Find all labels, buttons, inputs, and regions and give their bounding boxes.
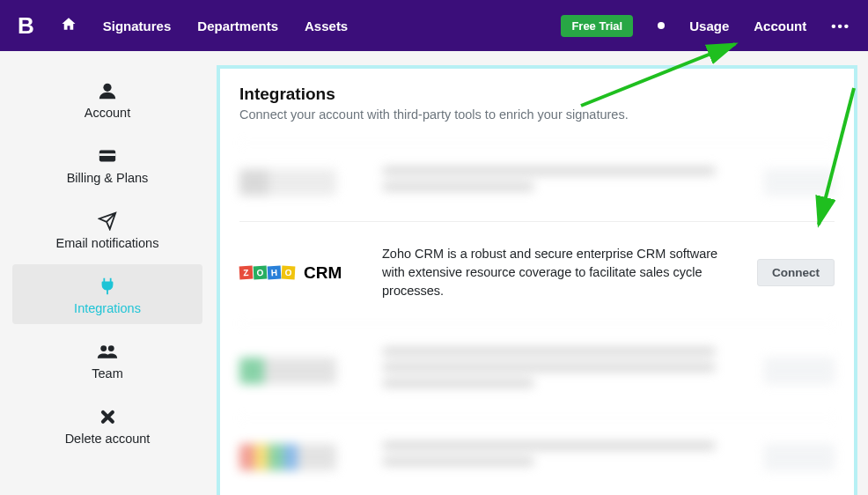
sidebar-item-delete-account[interactable]: Delete account	[12, 395, 202, 454]
placeholder-line	[382, 166, 716, 175]
plug-icon	[98, 275, 117, 298]
placeholder-logo	[239, 444, 336, 470]
integration-row-blurred	[239, 417, 835, 495]
home-icon[interactable]	[61, 16, 77, 35]
more-menu-icon[interactable]: •••	[831, 18, 850, 33]
sidebar-item-label: Team	[92, 366, 122, 380]
paper-plane-icon	[98, 210, 117, 233]
nav-account[interactable]: Account	[754, 18, 806, 33]
zoho-icon: ZOHO	[239, 266, 295, 279]
placeholder-button	[764, 444, 835, 470]
user-icon	[98, 79, 117, 102]
integrations-list: ZOHO CRM Zoho CRM is a robust and secure…	[239, 143, 835, 495]
nav-left-group: Signatures Departments Assets	[61, 16, 348, 35]
connect-button[interactable]: Connect	[757, 259, 835, 286]
sidebar-item-email-notifications[interactable]: Email notifications	[12, 199, 202, 259]
credit-card-icon	[98, 144, 117, 167]
placeholder-line	[382, 441, 716, 450]
nav-usage[interactable]: Usage	[689, 18, 729, 33]
content-area: Integrations Connect your account with t…	[215, 51, 868, 495]
svg-point-0	[103, 84, 111, 92]
integration-name: CRM	[304, 263, 342, 283]
app-logo: B	[18, 12, 34, 40]
top-navbar: B Signatures Departments Assets Free Tri…	[0, 0, 868, 51]
integration-description: Zoho CRM is a robust and secure enterpri…	[382, 245, 738, 300]
nav-assets[interactable]: Assets	[305, 18, 348, 33]
nav-signatures[interactable]: Signatures	[103, 18, 172, 33]
svg-point-4	[108, 345, 114, 351]
sidebar-item-integrations[interactable]: Integrations	[12, 264, 202, 324]
users-icon	[97, 340, 118, 363]
close-icon	[99, 405, 116, 428]
settings-sidebar: Account Billing & Plans Email notificati…	[0, 51, 215, 495]
placeholder-line	[382, 379, 534, 388]
svg-rect-2	[99, 153, 115, 156]
placeholder-button	[764, 169, 835, 196]
integration-row-blurred	[239, 323, 835, 417]
integration-row-zoho: ZOHO CRM Zoho CRM is a robust and secure…	[239, 221, 835, 323]
page-title: Integrations	[239, 85, 835, 104]
placeholder-line	[382, 457, 534, 466]
sidebar-item-team[interactable]: Team	[12, 329, 202, 389]
sidebar-item-billing[interactable]: Billing & Plans	[12, 134, 202, 194]
sidebar-item-account[interactable]: Account	[12, 69, 202, 129]
nav-departments[interactable]: Departments	[197, 18, 278, 33]
status-dot-icon	[658, 22, 665, 29]
page-subtitle: Connect your account with third-party to…	[239, 107, 835, 122]
main-area: Account Billing & Plans Email notificati…	[0, 51, 868, 495]
sidebar-item-label: Billing & Plans	[67, 171, 149, 185]
sidebar-item-label: Email notifications	[56, 236, 159, 250]
placeholder-logo	[239, 169, 336, 196]
placeholder-button	[764, 358, 835, 384]
sidebar-item-label: Delete account	[65, 432, 151, 446]
sidebar-item-label: Integrations	[74, 301, 141, 315]
sidebar-item-label: Account	[85, 106, 130, 120]
integration-row-blurred	[239, 143, 835, 221]
free-trial-badge[interactable]: Free Trial	[561, 15, 633, 37]
placeholder-line	[382, 347, 716, 356]
placeholder-line	[382, 363, 716, 372]
zoho-logo-block: ZOHO CRM	[239, 263, 363, 283]
placeholder-logo	[239, 358, 336, 384]
placeholder-line	[382, 182, 534, 191]
nav-right-group: Free Trial Usage Account •••	[561, 15, 850, 37]
svg-point-3	[100, 345, 107, 351]
integrations-panel: Integrations Connect your account with t…	[217, 65, 857, 495]
